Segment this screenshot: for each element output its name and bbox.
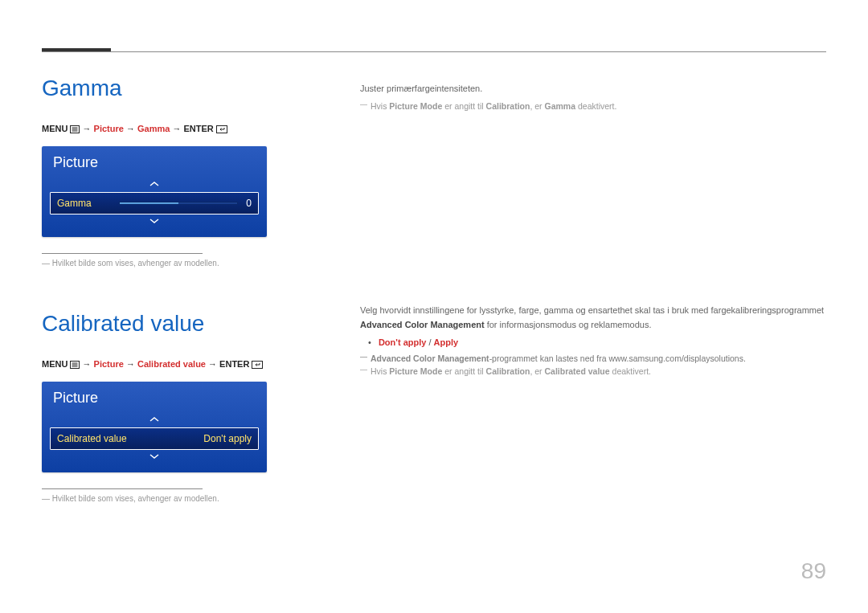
- section-divider: [42, 253, 203, 254]
- breadcrumb-enter: ENTER: [183, 124, 213, 133]
- calibrated-osd-row[interactable]: Calibrated value Don't apply: [50, 427, 259, 450]
- breadcrumb-picture: Picture: [94, 359, 124, 369]
- gamma-slider-fill: [120, 202, 178, 204]
- calibrated-description: Velg hvorvidt innstillingene for lysstyr…: [360, 304, 826, 378]
- header-rule: [42, 51, 826, 52]
- dash-icon: ―: [360, 99, 367, 110]
- gamma-intro: Juster primærfargeintensiteten.: [360, 82, 826, 96]
- breadcrumb-arrow: →: [208, 359, 217, 369]
- chevron-up-icon[interactable]: [42, 178, 267, 192]
- calibrated-deactivated-note: ― Hvis Picture Mode er angitt til Calibr…: [360, 365, 826, 378]
- page-content: Gamma MENU → Picture → Gamma → ENTER Pic…: [0, 0, 868, 535]
- chevron-up-icon[interactable]: [42, 413, 267, 427]
- menu-icon: [70, 361, 80, 370]
- calibrated-value: Don't apply: [203, 433, 252, 444]
- gamma-note-text: Hvis Picture Mode er angitt til Calibrat…: [371, 100, 616, 113]
- gamma-description: Juster primærfargeintensiteten. ― Hvis P…: [360, 82, 826, 112]
- gamma-osd-panel: Picture Gamma 0: [42, 146, 267, 237]
- calibrated-options: • Don't apply / Apply: [368, 337, 826, 347]
- breadcrumb-menu: MENU: [42, 124, 68, 133]
- gamma-heading: Gamma: [42, 76, 312, 101]
- section-divider: [42, 488, 203, 489]
- breadcrumb-enter: ENTER: [219, 359, 249, 369]
- calibrated-osd-panel: Picture Calibrated value Don't apply: [42, 382, 267, 472]
- bullet-icon: •: [368, 337, 371, 347]
- gamma-slider[interactable]: [119, 202, 239, 205]
- gamma-footnote: ― Hvilket bilde som vises, avhenger av m…: [42, 259, 312, 268]
- breadcrumb-arrow: →: [126, 359, 135, 369]
- page-number: 89: [801, 558, 826, 584]
- calibrated-footnote: ― Hvilket bilde som vises, avhenger av m…: [42, 494, 312, 503]
- osd-row-label: Calibrated value: [57, 433, 127, 444]
- gamma-value: 0: [246, 198, 252, 209]
- breadcrumb-gamma: Gamma: [137, 124, 170, 133]
- calibrated-download-note: ― Advanced Color Management-programmet k…: [360, 352, 826, 366]
- download-note-text: Advanced Color Management-programmet kan…: [371, 352, 746, 366]
- breadcrumb-arrow: →: [83, 124, 92, 133]
- menu-icon: [70, 125, 80, 135]
- breadcrumb-arrow: →: [126, 124, 135, 133]
- calibrated-note-text: Hvis Picture Mode er angitt til Calibrat…: [371, 365, 651, 378]
- chevron-down-icon[interactable]: [42, 450, 267, 464]
- calibrated-para: Velg hvorvidt innstillingene for lysstyr…: [360, 304, 826, 332]
- right-column: Juster primærfargeintensiteten. ― Hvis P…: [360, 76, 826, 503]
- gamma-note: ― Hvis Picture Mode er angitt til Calibr…: [360, 100, 826, 113]
- breadcrumb-arrow: →: [83, 359, 92, 369]
- calibrated-heading: Calibrated value: [42, 311, 312, 337]
- calibrated-section: Calibrated value MENU → Picture → Calibr…: [42, 311, 312, 503]
- dash-icon: ―: [360, 351, 367, 362]
- osd-title: Picture: [42, 146, 267, 178]
- two-column-layout: Gamma MENU → Picture → Gamma → ENTER Pic…: [42, 76, 826, 503]
- breadcrumb-picture: Picture: [94, 124, 124, 133]
- enter-icon: [252, 361, 263, 370]
- breadcrumb-calibrated-value: Calibrated value: [137, 359, 206, 369]
- option-dont-apply: Don't apply: [379, 337, 426, 347]
- osd-title: Picture: [42, 382, 267, 413]
- left-column: Gamma MENU → Picture → Gamma → ENTER Pic…: [42, 76, 312, 503]
- option-apply: Apply: [434, 337, 459, 347]
- gamma-osd-row[interactable]: Gamma 0: [50, 192, 259, 215]
- breadcrumb-menu: MENU: [42, 359, 68, 369]
- gamma-breadcrumb: MENU → Picture → Gamma → ENTER: [42, 124, 312, 135]
- breadcrumb-arrow: →: [172, 124, 181, 133]
- chevron-down-icon[interactable]: [42, 215, 267, 229]
- osd-row-label: Gamma: [57, 198, 92, 209]
- enter-icon: [216, 125, 227, 135]
- dash-icon: ―: [360, 364, 367, 375]
- calibrated-breadcrumb: MENU → Picture → Calibrated value → ENTE…: [42, 359, 312, 370]
